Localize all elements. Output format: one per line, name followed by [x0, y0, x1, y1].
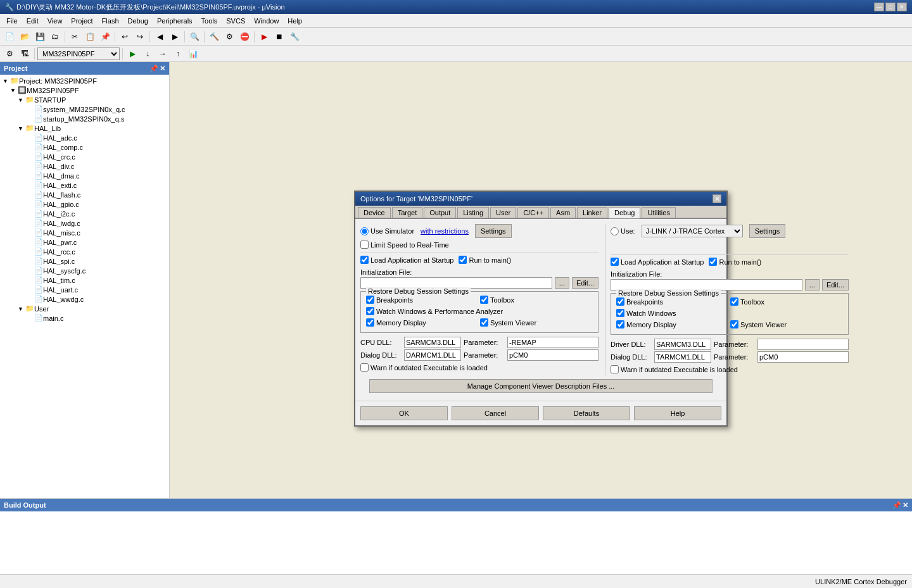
right-breakpoints-checkbox[interactable]	[616, 297, 624, 306]
run-button[interactable]: ▶	[125, 47, 139, 61]
tree-item-hal-crc[interactable]: 📄 HAL_crc.c	[1, 152, 168, 161]
menu-project[interactable]: Project	[67, 16, 96, 26]
tree-item-hal-pwr[interactable]: 📄 HAL_pwr.c	[1, 237, 168, 247]
tree-item-hal-i2c[interactable]: 📄 HAL_i2c.c	[1, 209, 168, 218]
undo-button[interactable]: ↩	[118, 30, 132, 44]
expand-icon-hallib[interactable]: ▼	[18, 125, 25, 132]
tree-item-hal-adc[interactable]: 📄 HAL_adc.c	[1, 133, 168, 142]
search-button[interactable]: 🔍	[187, 30, 201, 44]
copy-button[interactable]: 📋	[83, 30, 97, 44]
tab-user[interactable]: User	[490, 207, 516, 218]
left-run-main-checkbox[interactable]	[459, 256, 467, 264]
tab-linker[interactable]: Linker	[577, 207, 607, 218]
tab-device[interactable]: Device	[358, 207, 391, 218]
menu-view[interactable]: View	[44, 16, 66, 26]
paste-button[interactable]: 📌	[98, 30, 112, 44]
tab-asm[interactable]: Asm	[550, 207, 576, 218]
right-init-browse-button[interactable]: ...	[805, 279, 820, 291]
right-dialog-dll-input[interactable]	[654, 351, 711, 363]
redo-button[interactable]: ↪	[133, 30, 147, 44]
left-toolbox-checkbox[interactable]	[480, 296, 488, 304]
maximize-button[interactable]: □	[885, 3, 896, 11]
tree-item-main[interactable]: 📄 main.c	[1, 313, 168, 323]
tree-item-hal-comp[interactable]: 📄 HAL_comp.c	[1, 142, 168, 152]
tree-item-hal-wwdg[interactable]: 📄 HAL_wwdg.c	[1, 294, 168, 304]
rebuild-button[interactable]: ⚙	[222, 30, 236, 44]
left-init-browse-button[interactable]: ...	[555, 277, 569, 289]
sidebar-close-icon[interactable]: ✕	[160, 65, 165, 73]
tree-item-hal-dma[interactable]: 📄 HAL_dma.c	[1, 171, 168, 180]
tab-utilities[interactable]: Utilities	[642, 207, 675, 218]
tree-item-hal-flash[interactable]: 📄 HAL_flash.c	[1, 190, 168, 199]
menu-flash[interactable]: Flash	[98, 16, 123, 26]
right-toolbox-checkbox[interactable]	[730, 297, 738, 306]
close-button[interactable]: ✕	[897, 3, 907, 11]
left-dialog-param-input[interactable]	[507, 349, 598, 361]
left-dialog-dll-input[interactable]	[404, 349, 461, 361]
tab-listing[interactable]: Listing	[457, 207, 489, 218]
build-output-pin-icon[interactable]: 📌	[892, 501, 901, 510]
menu-tools[interactable]: Tools	[198, 16, 222, 26]
tree-item-hallib[interactable]: ▼ 📁 HAL_Lib	[1, 123, 168, 133]
tree-item-hal-tim[interactable]: 📄 HAL_tim.c	[1, 275, 168, 285]
tree-item-system[interactable]: 📄 system_MM32SPIN0x_q.c	[1, 104, 168, 114]
debug-stop-button[interactable]: ⏹	[272, 30, 286, 44]
left-memory-checkbox[interactable]	[366, 318, 374, 327]
use-simulator-radio[interactable]	[360, 227, 369, 235]
with-restrictions-link[interactable]: with restrictions	[421, 227, 469, 235]
ok-button[interactable]: OK	[360, 406, 448, 420]
left-settings-button[interactable]: Settings	[475, 224, 512, 238]
jlink-select[interactable]: J-LINK / J-TRACE Cortex	[642, 225, 743, 237]
manage-component-button[interactable]: Manage Component Viewer Description File…	[369, 379, 712, 393]
tree-item-hal-misc[interactable]: 📄 HAL_misc.c	[1, 228, 168, 237]
expand-icon-project[interactable]: ▼	[3, 78, 10, 84]
tree-item-hal-spi[interactable]: 📄 HAL_spi.c	[1, 256, 168, 266]
right-sysviewer-checkbox[interactable]	[730, 320, 738, 328]
tree-item-hal-syscfg[interactable]: 📄 HAL_syscfg.c	[1, 266, 168, 275]
limit-speed-checkbox[interactable]	[360, 241, 369, 249]
tree-item-hal-gpio[interactable]: 📄 HAL_gpio.c	[1, 199, 168, 209]
use-simulator-label[interactable]: Use Simulator	[360, 227, 414, 235]
build-output-close-icon[interactable]: ✕	[902, 501, 908, 510]
expand-icon-user[interactable]: ▼	[18, 306, 25, 312]
new-file-button[interactable]: 📄	[3, 30, 16, 44]
menu-debug[interactable]: Debug	[124, 16, 152, 26]
stop-button[interactable]: ⛔	[238, 30, 251, 44]
right-driver-dll-input[interactable]	[654, 339, 711, 350]
cut-button[interactable]: ✂	[68, 30, 82, 44]
target-settings-button[interactable]: ⚙	[3, 47, 16, 61]
tree-item-startup-s[interactable]: 📄 startup_MM32SPIN0x_q.s	[1, 114, 168, 123]
help-button[interactable]: Help	[634, 406, 721, 420]
tree-item-mm32[interactable]: ▼ 🔲 MM32SPIN05PF	[1, 85, 168, 95]
menu-file[interactable]: File	[3, 16, 22, 26]
nav-forward-button[interactable]: ▶	[168, 30, 182, 44]
save-all-button[interactable]: 🗂	[48, 30, 62, 44]
right-watch-checkbox[interactable]	[616, 309, 624, 317]
tree-item-hal-uart[interactable]: 📄 HAL_uart.c	[1, 285, 168, 294]
target-select[interactable]: MM32SPIN05PF	[37, 47, 120, 60]
options-button[interactable]: 🔧	[288, 30, 301, 44]
right-run-main-checkbox[interactable]	[709, 258, 717, 266]
menu-peripherals[interactable]: Peripherals	[153, 16, 196, 26]
defaults-button[interactable]: Defaults	[543, 406, 630, 420]
debug-start-button[interactable]: ▶	[257, 30, 271, 44]
left-breakpoints-checkbox[interactable]	[366, 296, 374, 304]
menu-svcs[interactable]: SVCS	[222, 16, 249, 26]
open-button[interactable]: 📂	[18, 30, 32, 44]
right-init-edit-button[interactable]: Edit...	[822, 279, 849, 291]
save-button[interactable]: 💾	[33, 30, 47, 44]
left-cpu-dll-input[interactable]	[404, 337, 461, 348]
code-coverage-button[interactable]: 📊	[186, 47, 200, 61]
tree-item-hal-div[interactable]: 📄 HAL_div.c	[1, 161, 168, 171]
menu-window[interactable]: Window	[250, 16, 282, 26]
tab-debug[interactable]: Debug	[609, 207, 640, 218]
build-button[interactable]: 🔨	[207, 30, 221, 44]
menu-help[interactable]: Help	[284, 16, 306, 26]
right-load-app-checkbox[interactable]	[611, 258, 619, 266]
left-init-edit-button[interactable]: Edit...	[572, 277, 598, 289]
right-settings-button[interactable]: Settings	[749, 224, 786, 238]
tree-item-project[interactable]: ▼ 📁 Project: MM32SPIN05PF	[1, 76, 168, 85]
expand-icon-startup[interactable]: ▼	[18, 97, 25, 103]
expand-icon-mm32[interactable]: ▼	[10, 87, 18, 94]
minimize-button[interactable]: —	[874, 3, 884, 11]
